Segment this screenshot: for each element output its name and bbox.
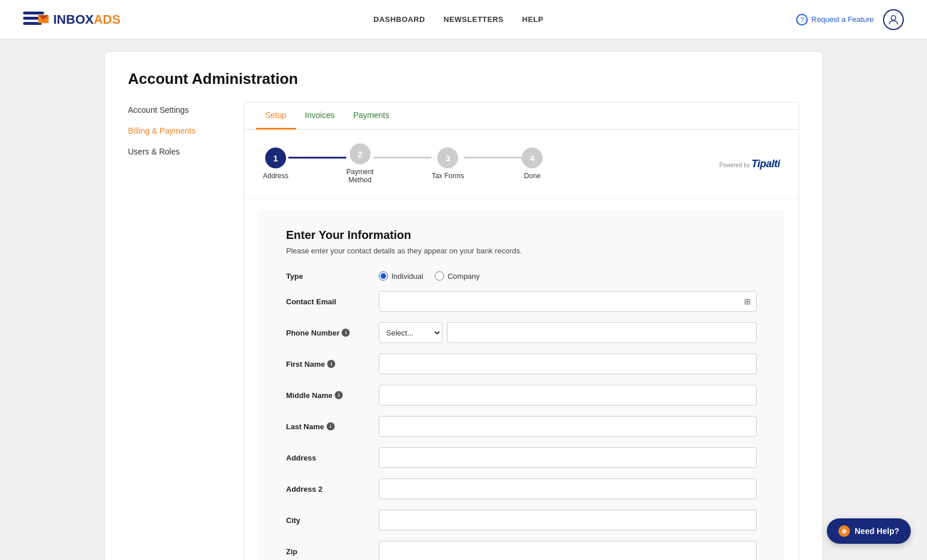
content-panel: Setup Invoices Payments 1 Address	[244, 102, 799, 560]
label-address: Address	[286, 454, 379, 462]
logo: INBOXADS	[23, 9, 120, 30]
tipalti-logo: Tipalti	[752, 158, 780, 170]
phone-info-icon[interactable]: i	[342, 329, 350, 337]
field-first-name: First Name i	[286, 353, 757, 374]
step-4-label: Done	[524, 172, 541, 180]
zip-input[interactable]	[379, 541, 757, 560]
phone-number-input[interactable]	[447, 322, 757, 343]
form-title: Enter Your Information	[286, 229, 757, 242]
first-name-control	[379, 353, 757, 374]
header-right: ? Request a Feature	[796, 9, 904, 30]
logo-inbox: INBOX	[53, 12, 94, 27]
step-4-number: 4	[530, 153, 534, 163]
request-feature-label: Request a Feature	[811, 15, 874, 24]
label-city: City	[286, 516, 379, 525]
request-feature-link[interactable]: ? Request a Feature	[796, 14, 874, 25]
radio-company[interactable]: Company	[435, 271, 480, 281]
step-3: 3 Tax Forms	[431, 148, 464, 180]
first-name-info-icon[interactable]: i	[327, 360, 335, 368]
address-input[interactable]	[379, 447, 757, 468]
step-2: 2 PaymentMethod	[346, 143, 373, 184]
email-input-wrapper: ⊞	[379, 291, 757, 312]
city-input[interactable]	[379, 510, 757, 530]
field-city: City	[286, 510, 757, 530]
sidebar-item-users-roles[interactable]: Users & Roles	[128, 143, 221, 160]
radio-individual-label: Individual	[391, 272, 423, 281]
field-phone-number: Phone Number i Select...+1 (US)+44 (UK)+…	[286, 322, 757, 343]
label-middle-name: Middle Name i	[286, 391, 379, 400]
address-control	[379, 447, 757, 468]
radio-company-input[interactable]	[435, 271, 444, 281]
address2-control	[379, 478, 757, 499]
email-icon: ⊞	[744, 297, 751, 306]
svg-rect-1	[23, 17, 39, 20]
layout: Account Settings Billing & Payments User…	[128, 102, 799, 560]
step-2-label: PaymentMethod	[346, 168, 373, 184]
city-control	[379, 510, 757, 530]
field-middle-name: Middle Name i	[286, 385, 757, 406]
label-type: Type	[286, 272, 379, 281]
steps: 1 Address 2 PaymentMethod	[263, 143, 543, 184]
field-address: Address	[286, 447, 757, 468]
sidebar-item-billing-payments[interactable]: Billing & Payments	[128, 123, 221, 139]
main-content: Account Administration Account Settings …	[0, 39, 927, 560]
svg-rect-0	[23, 12, 44, 14]
sidebar: Account Settings Billing & Payments User…	[128, 102, 221, 560]
step-4: 4 Done	[522, 148, 543, 180]
step-line-3-4	[464, 157, 522, 159]
help-icon: ⊕	[838, 525, 850, 537]
first-name-input[interactable]	[379, 353, 757, 374]
contact-email-input[interactable]	[379, 291, 757, 312]
tab-invoices[interactable]: Invoices	[296, 102, 344, 130]
main-nav: DASHBOARD NEWSLETTERS HELP	[373, 15, 543, 24]
request-feature-icon: ?	[796, 14, 808, 25]
form-area: Enter Your Information Please enter your…	[258, 210, 785, 560]
powered-by-text: Powered by	[719, 162, 750, 168]
step-1-number: 1	[273, 153, 278, 163]
field-type: Type Individual Company	[286, 271, 757, 281]
type-radio-group: Individual Company	[379, 271, 757, 281]
page-title: Account Administration	[128, 70, 799, 88]
label-contact-email: Contact Email	[286, 297, 379, 306]
field-zip: Zip	[286, 541, 757, 560]
tab-payments[interactable]: Payments	[344, 102, 398, 130]
header: INBOXADS DASHBOARD NEWSLETTERS HELP ? Re…	[0, 0, 927, 39]
nav-newsletters[interactable]: NEWSLETTERS	[444, 15, 504, 24]
zip-control	[379, 541, 757, 560]
middle-name-input[interactable]	[379, 385, 757, 406]
radio-individual-input[interactable]	[379, 271, 388, 281]
radio-individual[interactable]: Individual	[379, 271, 423, 281]
step-line-1-2	[288, 157, 346, 159]
label-first-name: First Name i	[286, 360, 379, 369]
step-3-label: Tax Forms	[431, 172, 464, 180]
address2-input[interactable]	[379, 478, 757, 499]
field-address2: Address 2	[286, 478, 757, 499]
phone-country-select[interactable]: Select...+1 (US)+44 (UK)+61 (AU)+49 (DE)	[379, 322, 442, 343]
tab-setup[interactable]: Setup	[256, 102, 296, 130]
last-name-info-icon[interactable]: i	[327, 422, 335, 430]
middle-name-control	[379, 385, 757, 406]
step-3-circle: 3	[437, 148, 458, 168]
user-avatar-button[interactable]	[883, 9, 904, 30]
step-2-number: 2	[358, 149, 362, 159]
user-icon	[888, 14, 899, 25]
nav-help[interactable]: HELP	[522, 15, 544, 24]
last-name-control	[379, 416, 757, 437]
step-1-label: Address	[263, 172, 288, 180]
field-contact-email: Contact Email ⊞	[286, 291, 757, 312]
middle-name-info-icon[interactable]: i	[335, 391, 343, 399]
radio-company-label: Company	[448, 272, 480, 281]
svg-point-5	[891, 16, 896, 20]
contact-email-control: ⊞	[379, 291, 757, 312]
tipalti-badge: Powered by Tipalti	[719, 158, 780, 170]
help-button[interactable]: ⊕ Need Help?	[827, 518, 911, 544]
sidebar-item-account-settings[interactable]: Account Settings	[128, 102, 221, 118]
label-phone-number: Phone Number i	[286, 329, 379, 337]
step-1-circle: 1	[265, 148, 286, 168]
step-3-number: 3	[445, 153, 450, 163]
label-address2: Address 2	[286, 485, 379, 493]
last-name-input[interactable]	[379, 416, 757, 437]
admin-card: Account Administration Account Settings …	[104, 51, 823, 560]
step-progress: 1 Address 2 PaymentMethod	[244, 130, 798, 198]
nav-dashboard[interactable]: DASHBOARD	[373, 15, 425, 24]
